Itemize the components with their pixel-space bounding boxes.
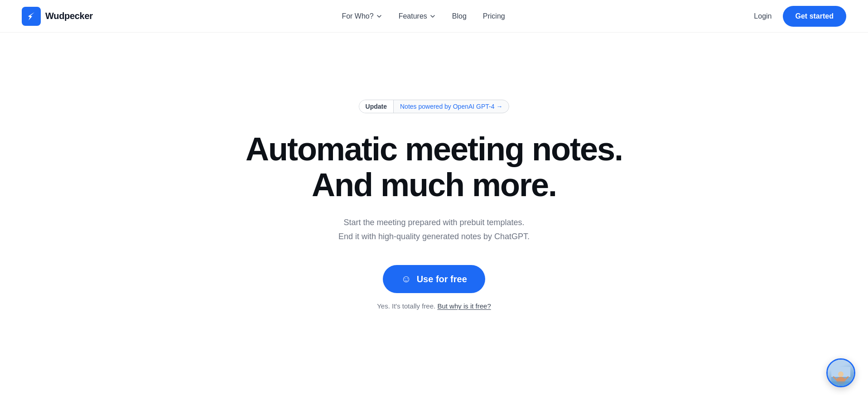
login-link[interactable]: Login [754,12,772,20]
cta-subtext: Yes. It's totally free. But why is it fr… [377,302,491,310]
use-for-free-button[interactable]: ☺ Use for free [383,265,485,293]
update-badge-label: Update [359,100,394,113]
nav-blog-label: Blog [452,12,467,20]
hero-subtitle: Start the meeting prepared with prebuit … [338,216,530,243]
logo-icon [22,7,41,26]
why-free-link[interactable]: But why is it free? [437,302,491,310]
hero-title-line2: And much more. [312,167,556,203]
nav-blog[interactable]: Blog [452,12,467,20]
nav-for-who-label: For Who? [342,12,373,20]
nav-features[interactable]: Features [399,12,436,20]
hero-section: Update Notes powered by OpenAI GPT-4 → A… [0,33,868,368]
navbar: Wudpecker For Who? Features Blog Pricing [0,0,868,33]
hero-title: Automatic meeting notes. And much more. [246,131,622,203]
hero-subtitle-line1: Start the meeting prepared with prebuit … [343,218,524,227]
cta-button-label: Use for free [417,274,467,284]
nav-links: For Who? Features Blog Pricing [342,12,505,20]
chevron-down-icon [376,13,382,19]
hero-title-line1: Automatic meeting notes. [246,131,622,167]
update-badge-text[interactable]: Notes powered by OpenAI GPT-4 → [394,100,509,113]
svg-point-2 [838,371,844,377]
svg-rect-6 [831,381,850,386]
smiley-icon: ☺ [401,273,411,285]
nav-pricing-label: Pricing [483,12,505,20]
nav-brand: Wudpecker [22,7,93,26]
cta-sub-static: Yes. It's totally free. [377,302,435,310]
avatar-icon [831,367,850,386]
chat-avatar [828,360,854,386]
chevron-down-icon [429,13,436,19]
update-badge[interactable]: Update Notes powered by OpenAI GPT-4 → [359,100,510,113]
get-started-button[interactable]: Get started [783,6,846,27]
chat-widget[interactable] [826,358,855,387]
nav-for-who[interactable]: For Who? [342,12,382,20]
nav-actions: Login Get started [754,6,846,27]
nav-pricing[interactable]: Pricing [483,12,505,20]
brand-name: Wudpecker [45,11,93,21]
nav-features-label: Features [399,12,427,20]
hero-subtitle-line2: End it with high-quality generated notes… [338,232,530,241]
woodpecker-icon [26,11,37,22]
